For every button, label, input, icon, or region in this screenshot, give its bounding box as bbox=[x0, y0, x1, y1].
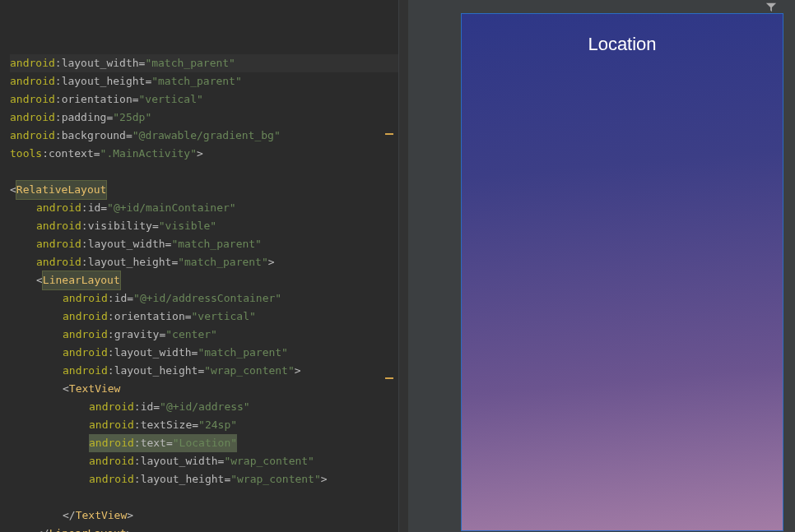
token-op: : bbox=[55, 129, 62, 141]
token-tag: RelativeLayout bbox=[16, 181, 107, 199]
token-op: : bbox=[55, 75, 62, 87]
token-op: : bbox=[134, 473, 141, 485]
token-str: "center" bbox=[165, 328, 217, 340]
token-attr: layout_height bbox=[141, 473, 225, 485]
token-op: : bbox=[134, 434, 141, 452]
token-ns: android bbox=[10, 75, 55, 87]
code-line[interactable]: android:id="@+id/mainContainer" bbox=[10, 199, 398, 217]
code-line[interactable]: android:layout_width="wrap_content" bbox=[10, 452, 398, 470]
token-op: = bbox=[126, 129, 132, 141]
root: android:layout_width="match_parent"andro… bbox=[0, 0, 795, 532]
code-line[interactable]: </TextView> bbox=[10, 507, 398, 525]
code-line[interactable]: <LinearLayout bbox=[10, 271, 398, 289]
token-op: : bbox=[81, 201, 88, 214]
token-op: : bbox=[108, 364, 114, 377]
token-punct: > bbox=[197, 147, 203, 160]
token-punct: > bbox=[321, 473, 328, 485]
token-str: "@+id/addressContainer" bbox=[133, 292, 281, 304]
token-punct: > bbox=[268, 256, 275, 268]
token-str: "vertical" bbox=[192, 310, 256, 322]
token-punct: < bbox=[36, 274, 43, 286]
token-attr: layout_height bbox=[62, 75, 146, 87]
token-op: : bbox=[81, 220, 88, 232]
token-op: : bbox=[108, 346, 114, 359]
code-line[interactable]: android:text="Location" bbox=[10, 434, 398, 452]
code-line[interactable]: </LinearLayout> bbox=[10, 525, 398, 532]
scrollbar-track[interactable] bbox=[399, 0, 408, 532]
code-line[interactable] bbox=[10, 488, 398, 507]
token-op: : bbox=[81, 238, 88, 250]
token-ns: android bbox=[36, 238, 81, 250]
token-punct: > bbox=[295, 364, 301, 377]
token-str: "24sp" bbox=[198, 419, 237, 431]
code-line[interactable]: android:orientation="vertical" bbox=[10, 308, 398, 326]
code-line[interactable]: android:layout_height="wrap_content"> bbox=[10, 470, 398, 488]
token-op: : bbox=[134, 455, 141, 467]
token-op: = bbox=[166, 434, 173, 452]
code-line[interactable] bbox=[10, 163, 398, 181]
token-attr: orientation bbox=[114, 310, 185, 322]
filter-icon[interactable] bbox=[765, 2, 777, 13]
code-line[interactable]: android:layout_width="match_parent" bbox=[10, 344, 398, 362]
token-str: ".MainActivity" bbox=[100, 147, 197, 160]
warning-marker[interactable] bbox=[385, 377, 393, 379]
code-line[interactable]: android:layout_height="wrap_content"> bbox=[10, 362, 398, 380]
code-line[interactable]: android:gravity="center" bbox=[10, 326, 398, 344]
token-attr: id bbox=[114, 292, 128, 304]
code-line[interactable]: android:id="@+id/addressContainer" bbox=[10, 289, 398, 308]
token-str: "@drawable/gradient_bg" bbox=[132, 129, 281, 141]
token-ns: android bbox=[89, 455, 134, 467]
token-str: "vertical" bbox=[139, 93, 203, 105]
token-attr: padding bbox=[62, 111, 107, 123]
token-tag: TextView bbox=[76, 509, 128, 521]
code-line[interactable]: android:textSize="24sp" bbox=[10, 416, 398, 434]
token-ns: android bbox=[36, 220, 81, 232]
editor-scrollbar[interactable] bbox=[398, 0, 408, 532]
device-content: Location bbox=[462, 14, 783, 77]
token-str: "@+id/address" bbox=[160, 400, 250, 413]
token-ns: android bbox=[63, 292, 108, 304]
token-op: = bbox=[185, 310, 192, 322]
token-attr: background bbox=[62, 129, 126, 141]
warning-marker[interactable] bbox=[385, 133, 393, 135]
token-ns: android bbox=[36, 256, 81, 268]
token-attr: orientation bbox=[62, 93, 132, 105]
token-op: : bbox=[55, 111, 62, 123]
code-line[interactable]: android:layout_height="match_parent" bbox=[10, 72, 398, 90]
code-line[interactable]: android:orientation="vertical" bbox=[10, 90, 398, 109]
token-op: : bbox=[55, 57, 62, 69]
token-attr: id bbox=[141, 400, 154, 413]
token-str: "wrap_content" bbox=[204, 364, 295, 377]
token-attr: layout_height bbox=[114, 364, 198, 377]
token-ns: android bbox=[89, 434, 134, 452]
token-punct: < bbox=[63, 382, 69, 395]
device-frame[interactable]: Location bbox=[461, 13, 783, 531]
token-attr: id bbox=[88, 201, 101, 214]
code-line[interactable]: <RelativeLayout bbox=[10, 181, 398, 199]
code-line[interactable]: android:visibility="visible" bbox=[10, 217, 398, 235]
code-line[interactable]: <TextView bbox=[10, 380, 398, 398]
token-attr: textSize bbox=[141, 419, 193, 431]
code-line[interactable]: tools:context=".MainActivity"> bbox=[10, 145, 398, 163]
code-line[interactable]: android:layout_width="match_parent" bbox=[10, 235, 398, 253]
token-str: "match_parent" bbox=[171, 238, 262, 250]
token-tag: LinearLayout bbox=[49, 527, 127, 532]
token-ns: android bbox=[89, 473, 134, 485]
code-line[interactable]: android:layout_height="match_parent"> bbox=[10, 253, 398, 271]
token-str: "match_parent" bbox=[178, 256, 268, 268]
token-op: : bbox=[108, 310, 114, 322]
code-line[interactable]: android:layout_width="match_parent" bbox=[10, 54, 398, 72]
token-op: : bbox=[108, 328, 114, 340]
token-punct: > bbox=[127, 509, 133, 521]
token-attr: layout_width bbox=[88, 238, 165, 250]
layout-preview-pane: Location bbox=[408, 0, 795, 532]
code-line[interactable]: android:id="@+id/address" bbox=[10, 398, 398, 416]
gutter-strip bbox=[384, 0, 393, 532]
token-ns: android bbox=[63, 328, 108, 340]
token-attr: layout_width bbox=[141, 455, 218, 467]
code-line[interactable]: android:background="@drawable/gradient_b… bbox=[10, 127, 398, 145]
token-op: = bbox=[192, 419, 198, 431]
token-punct: > bbox=[127, 527, 133, 532]
code-line[interactable]: android:padding="25dp" bbox=[10, 109, 398, 127]
xml-editor[interactable]: android:layout_width="match_parent"andro… bbox=[0, 0, 398, 532]
